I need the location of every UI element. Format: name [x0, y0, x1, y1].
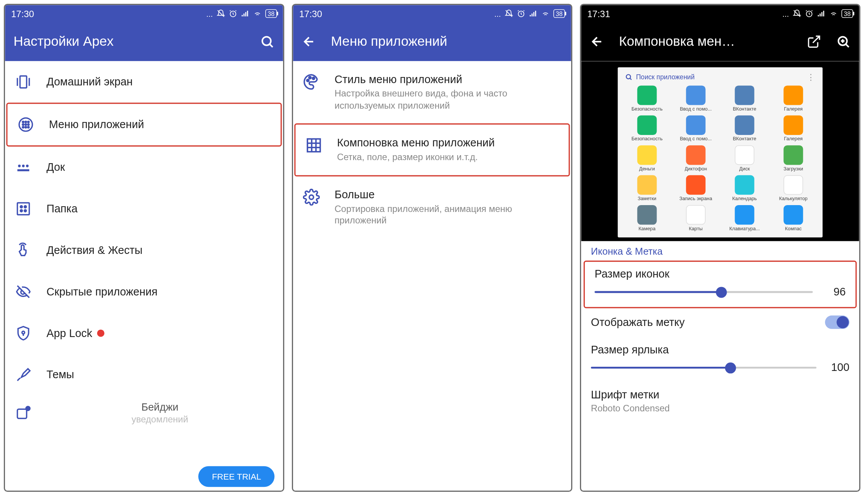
- app-bar: Настройки Apex: [5, 22, 283, 61]
- item-hidden-apps[interactable]: Скрытые приложения: [5, 271, 283, 313]
- status-bar: 17:31 ... 38: [581, 5, 859, 22]
- status-icons: ... 38: [782, 9, 853, 18]
- status-time: 17:30: [11, 8, 34, 19]
- alarm-icon: [805, 9, 813, 18]
- svg-point-26: [307, 79, 309, 82]
- setting-label: Шрифт метки: [591, 389, 849, 402]
- preview-app-cell: Заметки: [624, 175, 670, 202]
- settings-list: Домашний экран Меню приложений Док Папка…: [5, 61, 283, 490]
- show-label-switch[interactable]: [825, 316, 849, 329]
- item-sub: Настройка внешнего вида, фона и часто ис…: [335, 87, 561, 111]
- item-layout[interactable]: Компоновка меню приложений Сетка, поле, …: [294, 124, 570, 176]
- battery-icon: 38: [553, 9, 565, 18]
- app-label: Калькулятор: [779, 196, 808, 201]
- item-dock[interactable]: Док: [5, 146, 283, 188]
- svg-point-9: [28, 124, 29, 125]
- svg-point-15: [22, 165, 25, 167]
- svg-point-19: [24, 206, 26, 208]
- svg-point-24: [26, 406, 30, 410]
- svg-point-5: [25, 121, 26, 122]
- app-icon: [637, 205, 657, 225]
- preview-app-cell: ВКонтакте: [721, 116, 768, 142]
- svg-point-7: [22, 124, 24, 125]
- label-size-slider[interactable]: [591, 361, 817, 374]
- svg-point-21: [24, 210, 26, 212]
- app-icon: [686, 175, 705, 195]
- item-badges[interactable]: Бейджи уведомлений: [5, 395, 283, 427]
- app-label: Камера: [639, 226, 656, 231]
- app-label: Безопасность: [631, 136, 663, 141]
- setting-label-font[interactable]: Шрифт метки Roboto Condensed: [581, 383, 859, 422]
- item-home-screen[interactable]: Домашний экран: [5, 61, 283, 103]
- status-icons: ... 38: [494, 9, 565, 18]
- app-icon: [783, 145, 803, 165]
- svg-point-12: [28, 127, 29, 128]
- item-app-menu[interactable]: Меню приложений: [6, 103, 282, 146]
- preview-app-cell: Безопасность: [624, 85, 670, 112]
- svg-rect-17: [18, 203, 29, 215]
- icon-size-slider[interactable]: [594, 286, 813, 298]
- preview-app-cell: Галерея: [770, 116, 817, 142]
- item-gestures[interactable]: Действия & Жесты: [5, 230, 283, 271]
- svg-rect-13: [18, 169, 29, 171]
- gestures-icon: [15, 242, 32, 259]
- app-label: Галерея: [784, 106, 802, 112]
- zoom-in-icon[interactable]: [836, 34, 850, 49]
- item-title: Больше: [335, 188, 561, 201]
- item-app-lock[interactable]: App Lock: [5, 313, 283, 354]
- item-style[interactable]: Стиль меню приложений Настройка внешнего…: [293, 61, 571, 123]
- alarm-icon: [517, 9, 525, 18]
- bell-off-icon: [504, 9, 513, 18]
- app-bar: Компоновка мен…: [581, 22, 859, 61]
- setting-label: Размер ярлыка: [591, 343, 849, 356]
- svg-rect-23: [18, 409, 27, 418]
- app-label: Диктофон: [684, 166, 707, 172]
- app-label: Запись экрана: [679, 196, 712, 201]
- app-label: ВКонтакте: [733, 106, 756, 112]
- bell-off-icon: [216, 9, 225, 18]
- app-icon: [735, 116, 754, 135]
- setting-value: Roboto Condensed: [591, 403, 849, 413]
- search-icon[interactable]: [260, 34, 274, 49]
- free-trial-button[interactable]: FREE TRIAL: [199, 466, 274, 487]
- preview-app-cell: Галерея: [770, 85, 817, 112]
- preview-app-cell: Запись экрана: [673, 175, 719, 202]
- phone-screen-1: 17:30 ... 38 Настройки Apex: [4, 4, 284, 492]
- label-size-value: 100: [825, 361, 849, 374]
- item-title: Компоновка меню приложений: [337, 137, 559, 150]
- preview-app-cell: Безопасность: [624, 116, 670, 142]
- svg-point-8: [25, 124, 26, 125]
- app-icon: [783, 116, 803, 135]
- red-dot-indicator: [97, 329, 104, 337]
- item-themes[interactable]: Темы: [5, 354, 283, 395]
- phone-screen-2: 17:30 ... 38 Меню приложений Стиль меню …: [292, 4, 572, 492]
- back-icon[interactable]: [590, 34, 604, 49]
- app-bar: Меню приложений: [293, 22, 571, 61]
- status-time: 17:30: [299, 8, 322, 19]
- svg-point-10: [22, 127, 24, 128]
- preview-app-cell: Карты: [673, 205, 719, 231]
- section-header: Иконка & Метка: [581, 241, 859, 259]
- app-title: Компоновка мен…: [619, 34, 792, 50]
- svg-point-6: [28, 121, 29, 122]
- item-more[interactable]: Больше Сортировка приложений, анимация м…: [293, 176, 571, 238]
- preview-search-bar: Поиск приложений ⋮: [621, 71, 819, 83]
- item-folder[interactable]: Папка: [5, 188, 283, 230]
- share-icon[interactable]: [807, 34, 821, 49]
- back-icon[interactable]: [302, 34, 316, 49]
- app-icon: [686, 205, 705, 225]
- layout-content: Поиск приложений ⋮ БезопасностьВвод с по…: [581, 61, 859, 490]
- app-icon: [783, 85, 803, 105]
- wifi-icon: [253, 9, 261, 18]
- bell-off-icon: [793, 9, 801, 18]
- app-icon: [686, 116, 705, 135]
- item-title: Стиль меню приложений: [335, 73, 561, 86]
- app-label: Деньги: [639, 166, 655, 172]
- item-label: Док: [46, 161, 65, 174]
- app-title: Меню приложений: [331, 34, 562, 50]
- app-icon: [735, 85, 754, 105]
- preview-app-cell: Диктофон: [673, 145, 719, 172]
- svg-point-28: [312, 77, 315, 80]
- app-label: Календарь: [732, 196, 757, 201]
- setting-show-label[interactable]: Отображать метку: [581, 310, 859, 338]
